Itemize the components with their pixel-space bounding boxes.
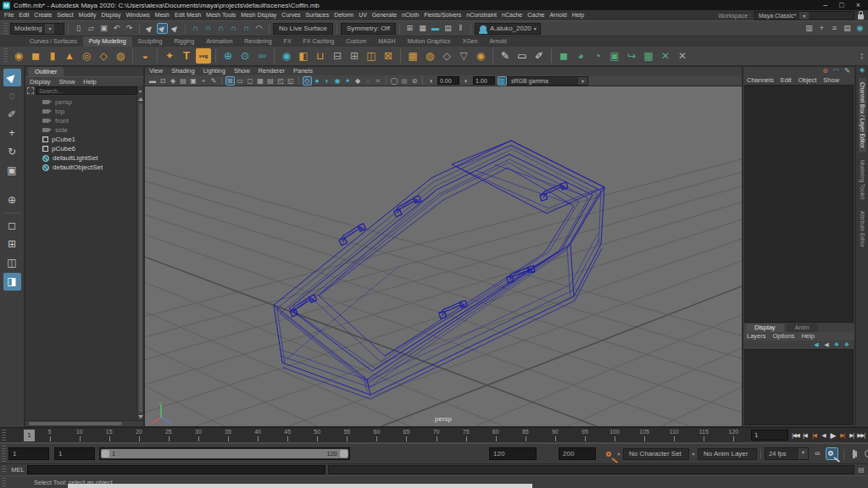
grease-pencil-icon[interactable]: ✎ xyxy=(209,76,219,86)
frame-tick[interactable]: 35 xyxy=(213,428,242,442)
frame-tick[interactable]: 115 xyxy=(689,428,719,442)
menu-item[interactable]: Edit xyxy=(16,10,31,20)
drag-handle[interactable] xyxy=(2,446,6,462)
shelf-tab[interactable]: MASH xyxy=(372,36,401,47)
menu-item[interactable]: Cache xyxy=(525,10,547,20)
redo-button[interactable]: ↷ xyxy=(124,23,135,34)
frame-tick[interactable]: 95 xyxy=(570,428,599,442)
select-hierarchy-button[interactable]: ▶ xyxy=(144,23,155,34)
animation-start-field[interactable] xyxy=(8,447,49,460)
shelf-tab[interactable]: Animation xyxy=(200,36,238,47)
shelf-icon[interactable] xyxy=(492,49,493,63)
frame-tick[interactable]: 45 xyxy=(273,428,303,442)
select-object-button[interactable]: ▶ xyxy=(157,23,168,34)
frame-tick[interactable]: 105 xyxy=(630,428,659,442)
panel-menu-item[interactable]: View xyxy=(145,67,167,75)
chevron-down-icon[interactable]: ▾ xyxy=(689,451,698,457)
menu-item[interactable]: Create xyxy=(31,10,54,20)
platonic-solid-button[interactable]: ◒ xyxy=(137,48,153,64)
shelf-tab[interactable]: Sculpting xyxy=(132,36,169,47)
layer-move-down-icon[interactable]: ◀ xyxy=(822,341,831,348)
outliner-item[interactable]: top xyxy=(25,107,136,116)
frame-tick[interactable]: 25 xyxy=(153,428,183,442)
edit-curve-button[interactable]: ▭ xyxy=(515,48,530,64)
shelf-tab[interactable]: Poly Modeling xyxy=(83,36,132,47)
script-editor-icon[interactable]: ▤ xyxy=(856,466,866,474)
snap-align-button[interactable]: ⊙ xyxy=(237,48,253,64)
layer-move-up-icon[interactable]: ◀ xyxy=(812,341,821,348)
user-account-dropdown[interactable]: A.aluko_2020 ▾ xyxy=(475,23,541,35)
snap-view-plane-button[interactable]: ∩ xyxy=(241,23,252,34)
frame-tick[interactable]: 70 xyxy=(421,428,451,442)
panel-menu-item[interactable]: Show xyxy=(230,67,254,75)
pencil-icon[interactable]: ✎ xyxy=(843,67,852,75)
viewport-canvas[interactable]: y x z persp xyxy=(145,86,742,426)
layout-single-pane-button[interactable]: ◻ xyxy=(3,217,21,235)
live-surface-field[interactable]: No Live Surface xyxy=(273,23,333,35)
auto-keyframe-toggle[interactable] xyxy=(826,447,838,460)
layer-list-area[interactable] xyxy=(744,349,854,425)
select-tool[interactable]: ▶ xyxy=(3,69,21,86)
shelf-icon[interactable] xyxy=(400,49,401,63)
axis-icon[interactable]: ⊕ xyxy=(821,67,830,75)
drag-handle[interactable] xyxy=(2,430,6,441)
frame-tick[interactable]: 30 xyxy=(183,428,213,442)
snap-grid-button[interactable]: ∩ xyxy=(190,23,201,34)
view-transform-icon[interactable]: ▥ xyxy=(498,76,507,86)
frame-tick[interactable]: 50 xyxy=(303,428,332,442)
layer-editor-menu-item[interactable]: Layers xyxy=(743,332,770,341)
fps-dropdown[interactable]: 24 fps ▾ xyxy=(765,447,809,460)
current-time-field[interactable] xyxy=(751,430,788,441)
menu-item[interactable]: Surfaces xyxy=(303,10,332,20)
outliner-horizontal-scrollbar[interactable] xyxy=(25,420,143,426)
menu-item[interactable]: nCache xyxy=(499,10,525,20)
shelf-icon[interactable] xyxy=(157,49,158,63)
frame-tick[interactable]: 110 xyxy=(659,428,689,442)
close-button[interactable]: × xyxy=(856,1,860,10)
playback-start-field[interactable] xyxy=(54,447,95,460)
lighting-icon[interactable]: ✦ xyxy=(343,76,353,86)
go-to-end-button[interactable]: ▶▶| xyxy=(856,430,865,441)
viewport-icon[interactable] xyxy=(298,76,299,85)
outliner-item[interactable]: front xyxy=(25,116,136,125)
make-live-button[interactable]: ◠ xyxy=(253,23,264,34)
symmetry-field[interactable]: Symmetry: Off xyxy=(341,23,396,35)
outliner-vertical-scrollbar[interactable] xyxy=(136,96,143,420)
triangulate-button[interactable]: ▽ xyxy=(456,48,471,64)
lock-camera-icon[interactable]: ⊡ xyxy=(159,76,168,86)
character-set-field[interactable]: No Character Set xyxy=(623,448,689,460)
layer-editor-menu-item[interactable]: Options xyxy=(770,332,798,341)
bridge-button[interactable]: ◔ xyxy=(590,48,605,64)
menu-item[interactable]: Select xyxy=(54,10,75,20)
render-view-button[interactable]: ▬ xyxy=(430,23,441,34)
resolution-gate-icon[interactable]: ◻ xyxy=(246,76,255,86)
undo-button[interactable]: ↶ xyxy=(111,23,122,34)
snap-point-button[interactable]: ∩ xyxy=(215,23,226,34)
outliner-item[interactable]: side xyxy=(25,125,136,135)
chamfer-button[interactable]: ↪ xyxy=(624,48,639,64)
poly-disc-button[interactable]: ◍ xyxy=(113,48,128,64)
frame-tick[interactable]: 15 xyxy=(94,428,124,442)
layer-editor-tab[interactable]: Display xyxy=(746,324,784,332)
hypershade-button[interactable]: ▦ xyxy=(417,23,428,34)
move-tool[interactable]: + xyxy=(3,125,21,142)
outliner-item[interactable]: defaultLightSet xyxy=(25,153,136,163)
menu-item[interactable]: Edit Mesh xyxy=(172,10,203,20)
menu-item[interactable]: Mesh Display xyxy=(238,10,279,20)
shadows-icon[interactable]: ◆ xyxy=(353,76,363,86)
open-scene-button[interactable]: ▱ xyxy=(86,23,97,34)
menu-item[interactable]: File xyxy=(2,10,16,20)
target-weld-button[interactable]: ✕ xyxy=(675,48,690,64)
frame-tick[interactable]: 10 xyxy=(64,428,94,442)
render-settings-button[interactable]: ▤ xyxy=(442,23,453,34)
selection-filter-icon[interactable] xyxy=(27,87,34,94)
boolean-difference-button[interactable]: ⊟ xyxy=(330,48,345,64)
image-plane-icon[interactable]: ▣ xyxy=(189,76,198,86)
layer-editor-menu-item[interactable]: Help xyxy=(798,332,817,341)
select-camera-icon[interactable]: ▬ xyxy=(148,76,158,86)
lock-icon[interactable] xyxy=(858,14,864,19)
gamma-icon[interactable]: ◐ xyxy=(462,76,471,86)
poly-cylinder-button[interactable]: ▮ xyxy=(45,48,60,64)
shelf-icon[interactable] xyxy=(274,49,275,63)
range-bar[interactable]: 1 120 xyxy=(99,447,350,460)
